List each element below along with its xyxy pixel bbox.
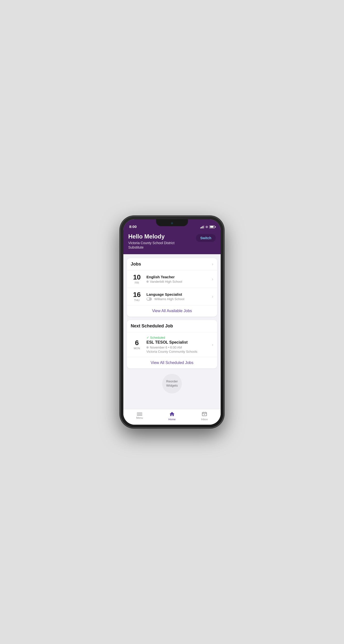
next-scheduled-card: Next Scheduled Job 6 MON ✓ Scheduled ESL… — [127, 320, 217, 368]
job-school-name-2: Williams High School — [154, 297, 184, 301]
tab-inbox[interactable]: Inbox — [196, 411, 213, 421]
jobs-card-header[interactable]: Jobs › — [127, 258, 217, 270]
menu-line-2 — [137, 414, 142, 414]
reorder-widgets-label: ReorderWidgets — [166, 380, 178, 388]
jobs-chevron-icon: › — [212, 262, 213, 267]
scheduled-job-date: 6 MON — [131, 340, 143, 350]
inbox-icon — [201, 411, 207, 417]
header: Hello Melody Victoria County School Dist… — [123, 230, 221, 254]
menu-icon — [137, 413, 142, 416]
scheduled-job-details: ✓ Scheduled ESL TESOL Specialist Novembe… — [146, 336, 212, 354]
signal-bar-4 — [203, 226, 204, 228]
wifi-icon: ⊛ — [205, 225, 208, 229]
menu-line-3 — [137, 415, 142, 416]
header-top: Hello Melody Victoria County School Dist… — [128, 233, 216, 249]
status-icons: ⊛ — [200, 225, 215, 229]
tab-home-label: Home — [168, 418, 175, 421]
job-date-1: 10 FRI — [131, 274, 143, 284]
notch — [156, 219, 188, 226]
job-item-1[interactable]: 10 FRI English Teacher Vanderbilt High S… — [127, 270, 217, 288]
camera — [171, 222, 173, 224]
menu-line-1 — [137, 413, 142, 413]
header-info: Hello Melody Victoria County School Dist… — [128, 233, 174, 249]
job-title-1: English Teacher — [146, 275, 212, 279]
job-school-2: Williams High School — [146, 297, 212, 301]
jobs-card: Jobs › 10 FRI English Teacher Vanderbilt… — [127, 258, 217, 316]
job-title-2: Language Specialist — [146, 292, 212, 296]
scheduled-job-title: ESL TESOL Specialist — [146, 340, 212, 344]
toggle-icon-2 — [146, 298, 152, 301]
district-text: Victoria County School District — [128, 241, 174, 245]
status-time: 8:00 — [129, 224, 137, 229]
scheduled-status-dot — [146, 346, 149, 348]
tab-home[interactable]: Home — [163, 411, 181, 421]
greeting-text: Hello Melody — [128, 233, 174, 240]
jobs-card-title: Jobs — [131, 262, 141, 267]
scheduled-job-school: Victoria County Community Schools — [146, 350, 212, 354]
svg-rect-0 — [202, 412, 207, 416]
next-scheduled-title: Next Scheduled Job — [131, 324, 173, 329]
tab-inbox-label: Inbox — [201, 418, 208, 421]
job-chevron-2: › — [212, 294, 213, 299]
tab-menu[interactable]: Menu — [131, 413, 148, 419]
job-chevron-1: › — [212, 276, 213, 282]
home-icon — [169, 411, 175, 417]
battery-fill — [210, 226, 213, 228]
scheduled-job-date-day: MON — [131, 347, 143, 350]
next-scheduled-card-header: Next Scheduled Job — [127, 320, 217, 332]
job-date-day-2: THU — [131, 299, 143, 302]
scheduled-job-datetime: November 6 • 6:00 AM — [150, 346, 182, 349]
role-text: Substitute — [128, 245, 174, 249]
scheduled-job-chevron: › — [212, 342, 213, 347]
scheduled-job-date-num: 6 — [131, 340, 143, 346]
signal-bar-3 — [202, 226, 203, 228]
signal-icon — [200, 226, 204, 228]
status-dot-1 — [146, 280, 149, 283]
job-details-1: English Teacher Vanderbilt High School — [146, 275, 212, 284]
phone-screen: 8:00 ⊛ Hello Melody Victoria County — [123, 219, 221, 425]
job-date-num-2: 16 — [131, 291, 143, 298]
job-date-2: 16 THU — [131, 291, 143, 302]
battery-icon — [209, 226, 215, 228]
reorder-widgets-button[interactable]: ReorderWidgets — [162, 374, 182, 394]
job-school-1: Vanderbilt High School — [146, 280, 212, 284]
switch-button[interactable]: Switch — [196, 234, 216, 242]
job-date-num-1: 10 — [131, 274, 143, 281]
signal-bar-1 — [200, 228, 201, 228]
scheduled-job-item[interactable]: 6 MON ✓ Scheduled ESL TESOL Specialist N… — [127, 332, 217, 357]
job-school-name-1: Vanderbilt High School — [150, 280, 182, 284]
job-date-day-1: FRI — [131, 281, 143, 284]
view-all-available-jobs-link[interactable]: View All Available Jobs — [127, 305, 217, 316]
tab-menu-label: Menu — [136, 416, 143, 419]
scheduled-status-badge: ✓ Scheduled — [146, 336, 212, 340]
signal-bar-2 — [201, 227, 202, 228]
tab-bar: Menu Home Inbox — [123, 409, 221, 425]
view-all-scheduled-jobs-link[interactable]: View All Scheduled Jobs — [127, 357, 217, 368]
job-details-2: Language Specialist Williams High School — [146, 292, 212, 301]
phone-frame: 8:00 ⊛ Hello Melody Victoria County — [120, 216, 224, 428]
content-area: Jobs › 10 FRI English Teacher Vanderbilt… — [123, 254, 221, 409]
scheduled-job-time: November 6 • 6:00 AM — [146, 346, 212, 349]
job-item-2[interactable]: 16 THU Language Specialist Williams High… — [127, 288, 217, 305]
